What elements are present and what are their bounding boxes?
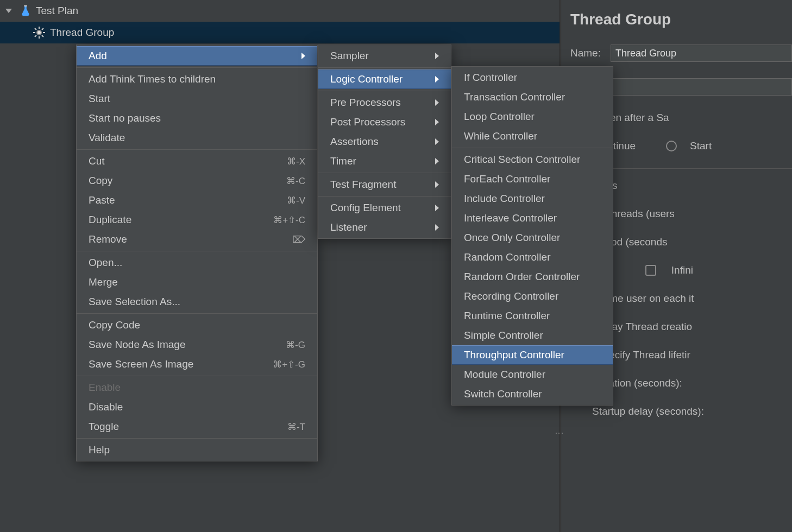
menu-item-random-controller[interactable]: Random Controller — [452, 248, 613, 267]
menu-separator — [318, 91, 451, 91]
menu-item-once-only-controller[interactable]: Once Only Controller — [452, 228, 613, 248]
menu-separator — [77, 251, 317, 251]
menu-item-validate[interactable]: Validate — [77, 128, 317, 148]
submenu-add: Sampler Logic Controller Pre Processors … — [318, 45, 451, 239]
disclosure-triangle-icon[interactable] — [5, 9, 12, 13]
menu-item-foreach-controller[interactable]: ForEach Controller — [452, 169, 613, 189]
menu-item-start[interactable]: Start — [77, 89, 317, 109]
radio-start[interactable] — [666, 141, 677, 151]
menu-item-merge[interactable]: Merge — [77, 273, 317, 292]
menu-item-help[interactable]: Help — [77, 440, 317, 460]
menu-item-save-node-image[interactable]: Save Node As Image⌘-G — [77, 335, 317, 354]
chevron-right-icon — [435, 158, 439, 164]
menu-separator — [77, 149, 317, 150]
chevron-right-icon — [435, 119, 439, 125]
chevron-right-icon — [435, 224, 439, 231]
delete-icon: ⌦ — [292, 234, 305, 245]
menu-separator — [77, 438, 317, 439]
flask-icon — [20, 4, 32, 18]
menu-item-if-controller[interactable]: If Controller — [452, 68, 613, 87]
menu-separator — [77, 376, 317, 376]
chevron-right-icon — [301, 53, 305, 59]
context-menu: Add Add Think Times to children Start St… — [76, 45, 318, 461]
menu-item-listener[interactable]: Listener — [318, 218, 451, 237]
menu-item-config-element[interactable]: Config Element — [318, 198, 451, 218]
menu-item-test-fragment[interactable]: Test Fragment — [318, 175, 451, 194]
menu-item-interleave-controller[interactable]: Interleave Controller — [452, 208, 613, 228]
svg-line-8 — [35, 35, 36, 37]
chevron-right-icon — [435, 76, 439, 83]
menu-item-runtime-controller[interactable]: Runtime Controller — [452, 306, 613, 326]
menu-item-disable[interactable]: Disable — [77, 397, 317, 417]
svg-line-7 — [42, 35, 43, 37]
tree-row-thread-group[interactable]: Thread Group — [0, 22, 560, 43]
menu-item-switch-controller[interactable]: Switch Controller — [452, 384, 613, 404]
infinite-label: Infini — [671, 264, 693, 276]
menu-item-paste[interactable]: Paste⌘-V — [77, 191, 317, 210]
menu-item-duplicate[interactable]: Duplicate⌘+⇧-C — [77, 210, 317, 230]
svg-point-10 — [37, 31, 41, 34]
menu-item-add-think-times[interactable]: Add Think Times to children — [77, 69, 317, 89]
svg-rect-0 — [24, 5, 27, 7]
menu-item-recording-controller[interactable]: Recording Controller — [452, 287, 613, 306]
chevron-right-icon — [435, 53, 439, 59]
menu-separator — [77, 313, 317, 314]
menu-item-post-processors[interactable]: Post Processors — [318, 112, 451, 132]
menu-separator — [318, 196, 451, 197]
menu-item-loop-controller[interactable]: Loop Controller — [452, 107, 613, 126]
menu-item-pre-processors[interactable]: Pre Processors — [318, 93, 451, 112]
menu-item-assertions[interactable]: Assertions — [318, 132, 451, 151]
gear-icon — [33, 26, 46, 39]
chevron-right-icon — [435, 99, 439, 106]
menu-item-copy-code[interactable]: Copy Code — [77, 315, 317, 335]
menu-item-throughput-controller[interactable]: Throughput Controller — [452, 345, 613, 365]
chevron-right-icon — [435, 138, 439, 145]
menu-item-start-no-pauses[interactable]: Start no pauses — [77, 109, 317, 128]
menu-item-save-screen-image[interactable]: Save Screen As Image⌘+⇧-G — [77, 354, 317, 374]
menu-item-add-label: Add — [89, 50, 107, 62]
tree-label-test-plan: Test Plan — [36, 5, 78, 17]
menu-item-transaction-controller[interactable]: Transaction Controller — [452, 87, 613, 107]
infinite-checkbox[interactable] — [645, 265, 656, 276]
name-field[interactable] — [611, 45, 792, 62]
menu-item-enable: Enable — [77, 378, 317, 397]
menu-item-critical-section-controller[interactable]: Critical Section Controller — [452, 150, 613, 169]
menu-separator — [77, 67, 317, 68]
chevron-right-icon — [435, 181, 439, 188]
menu-item-save-selection[interactable]: Save Selection As... — [77, 292, 317, 312]
menu-separator — [452, 148, 613, 148]
menu-item-toggle[interactable]: Toggle⌘-T — [77, 417, 317, 436]
menu-item-add[interactable]: Add — [77, 46, 317, 66]
menu-item-while-controller[interactable]: While Controller — [452, 126, 613, 146]
svg-line-6 — [35, 28, 36, 30]
comments-field[interactable] — [597, 78, 792, 96]
menu-item-sampler[interactable]: Sampler — [318, 46, 451, 66]
tree-label-thread-group: Thread Group — [50, 27, 114, 39]
chevron-right-icon — [435, 205, 439, 211]
menu-item-copy[interactable]: Copy⌘-C — [77, 171, 317, 191]
menu-separator — [318, 173, 451, 173]
menu-item-include-controller[interactable]: Include Controller — [452, 189, 613, 208]
radio-start-label: Start — [690, 140, 712, 152]
menu-item-open[interactable]: Open... — [77, 253, 317, 273]
name-label: Name: — [570, 47, 601, 59]
submenu-logic-controller: If Controller Transaction Controller Loo… — [451, 66, 613, 406]
startup-delay-label: Startup delay (seconds): — [592, 406, 704, 417]
menu-item-module-controller[interactable]: Module Controller — [452, 365, 613, 384]
panel-title: Thread Group — [570, 11, 792, 28]
menu-item-simple-controller[interactable]: Simple Controller — [452, 326, 613, 345]
menu-item-timer[interactable]: Timer — [318, 151, 451, 171]
menu-item-remove[interactable]: Remove⌦ — [77, 230, 317, 249]
tree-row-test-plan[interactable]: Test Plan — [0, 0, 560, 22]
menu-separator — [318, 67, 451, 68]
menu-item-random-order-controller[interactable]: Random Order Controller — [452, 267, 613, 287]
drag-handle-icon[interactable]: ⋮ — [554, 429, 564, 436]
menu-item-cut[interactable]: Cut⌘-X — [77, 151, 317, 171]
svg-line-9 — [42, 28, 43, 30]
menu-item-logic-controller[interactable]: Logic Controller — [318, 69, 451, 89]
